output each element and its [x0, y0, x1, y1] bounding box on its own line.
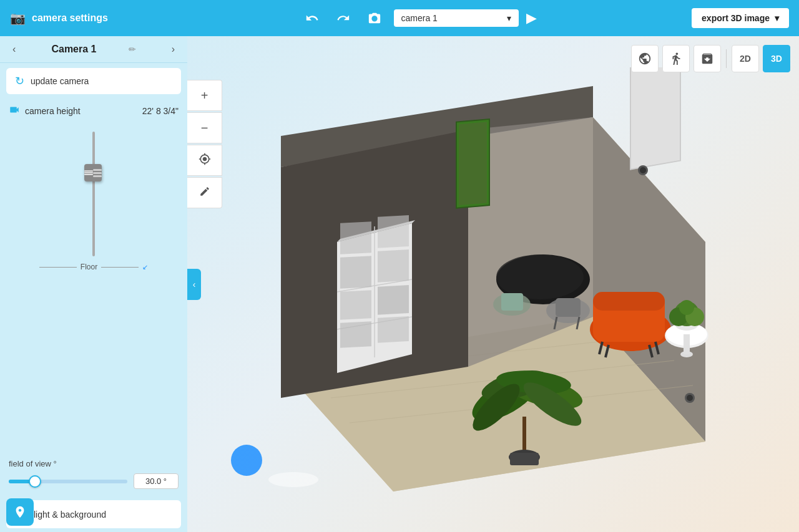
svg-rect-49: [684, 334, 690, 354]
zoom-in-icon: +: [201, 89, 208, 103]
pencil-icon: [199, 186, 210, 200]
main-viewport: ‹ + − 2D 3D: [187, 36, 799, 532]
svg-rect-27: [340, 290, 371, 320]
camera-height-value: 22' 8 3/4": [142, 106, 179, 116]
bottom-panel-icon[interactable]: [6, 498, 34, 526]
panel-header: ‹ Camera 1 ✏ ›: [0, 36, 187, 63]
svg-point-65: [640, 167, 646, 173]
vertical-slider-track[interactable]: [92, 132, 95, 256]
target-button[interactable]: [187, 145, 222, 176]
zoom-out-icon: −: [201, 121, 208, 135]
field-of-view-section: field of view °: [0, 453, 187, 496]
zoom-out-button[interactable]: −: [187, 112, 222, 143]
svg-rect-13: [630, 67, 680, 170]
toolbar-divider: [726, 49, 727, 68]
screenshot-toolbar-icon[interactable]: [363, 9, 386, 27]
svg-rect-38: [501, 293, 523, 311]
app-title: camera settings: [32, 12, 108, 24]
cube-view-button[interactable]: [694, 45, 721, 72]
top-bar: 📷 camera settings camera 1 ▾ ▶ export 3D…: [0, 0, 799, 36]
camera-height-icon: [9, 104, 20, 118]
play-button[interactable]: ▶: [526, 10, 537, 26]
camera-dropdown-value: camera 1: [401, 13, 438, 23]
camera-height-label: camera height: [25, 106, 81, 116]
collapse-panel-button[interactable]: ‹: [187, 269, 201, 300]
svg-point-32: [496, 254, 584, 299]
svg-rect-34: [556, 298, 581, 317]
refresh-icon: ↻: [15, 74, 24, 88]
svg-rect-26: [378, 249, 409, 283]
left-panel: ‹ Camera 1 ✏ › ↻ update camera camera he…: [0, 36, 187, 532]
panel-title: Camera 1: [51, 44, 96, 55]
vertical-slider-thumb[interactable]: [84, 164, 102, 181]
svg-rect-28: [378, 285, 409, 315]
camera-floor-shadow: [268, 472, 318, 487]
floor-line-left: [39, 267, 77, 268]
floor-arrow-icon: ↙: [142, 263, 148, 271]
viewport-toolbar: 2D 3D: [631, 45, 790, 72]
room-svg: [218, 67, 749, 504]
orbit-view-button[interactable]: [631, 45, 659, 72]
redo-button[interactable]: [331, 9, 355, 27]
update-camera-label: update camera: [31, 76, 89, 86]
fov-slider-thumb[interactable]: [29, 475, 41, 488]
field-of-view-label: field of view °: [9, 459, 179, 468]
zoom-in-button[interactable]: +: [187, 80, 222, 111]
panel-prev-button[interactable]: ‹: [9, 42, 19, 56]
undo-button[interactable]: [300, 9, 324, 27]
export-label: export 3D image: [702, 13, 770, 23]
draw-button[interactable]: [187, 177, 222, 208]
light-background-label: light & background: [34, 510, 106, 520]
top-bar-right: export 3D image ▾: [639, 8, 789, 28]
svg-point-54: [679, 300, 694, 315]
panel-next-button[interactable]: ›: [168, 42, 179, 56]
svg-rect-25: [340, 256, 371, 289]
svg-rect-24: [378, 215, 409, 248]
svg-rect-0: [84, 171, 93, 172]
svg-point-67: [687, 395, 693, 401]
top-bar-left: 📷 camera settings: [10, 11, 197, 26]
svg-rect-1: [84, 172, 93, 173]
top-bar-center: camera 1 ▾ ▶: [197, 9, 639, 27]
svg-rect-41: [593, 292, 665, 311]
fov-slider-row: [9, 473, 179, 489]
3d-view-button[interactable]: 3D: [763, 45, 790, 72]
svg-rect-23: [340, 221, 371, 254]
svg-rect-2: [84, 174, 93, 175]
camera-height-left: camera height: [9, 104, 81, 118]
svg-rect-63: [510, 453, 539, 465]
update-camera-row[interactable]: ↻ update camera: [6, 68, 181, 94]
room-3d-view: [218, 67, 749, 504]
fov-slider-track[interactable]: [9, 480, 127, 483]
svg-rect-17: [459, 122, 487, 205]
export-button[interactable]: export 3D image ▾: [692, 8, 789, 28]
camera-dropdown-chevron: ▾: [507, 13, 511, 23]
panel-edit-button[interactable]: ✏: [129, 44, 136, 54]
target-icon: [199, 153, 211, 168]
export-chevron: ▾: [775, 13, 779, 23]
person-view-button[interactable]: [662, 45, 690, 72]
camera-dropdown[interactable]: camera 1 ▾: [394, 9, 519, 27]
camera-position-indicator[interactable]: [231, 445, 262, 476]
2d-view-button[interactable]: 2D: [732, 45, 759, 72]
vertical-slider-area: Floor ↙: [0, 125, 187, 453]
svg-rect-30: [378, 316, 409, 343]
svg-rect-29: [340, 321, 371, 348]
camera-height-row: camera height 22' 8 3/4": [0, 99, 187, 123]
viewport-left-toolbar: + −: [187, 80, 222, 208]
fov-value-input[interactable]: [134, 473, 179, 489]
camera-app-icon: 📷: [10, 11, 26, 26]
